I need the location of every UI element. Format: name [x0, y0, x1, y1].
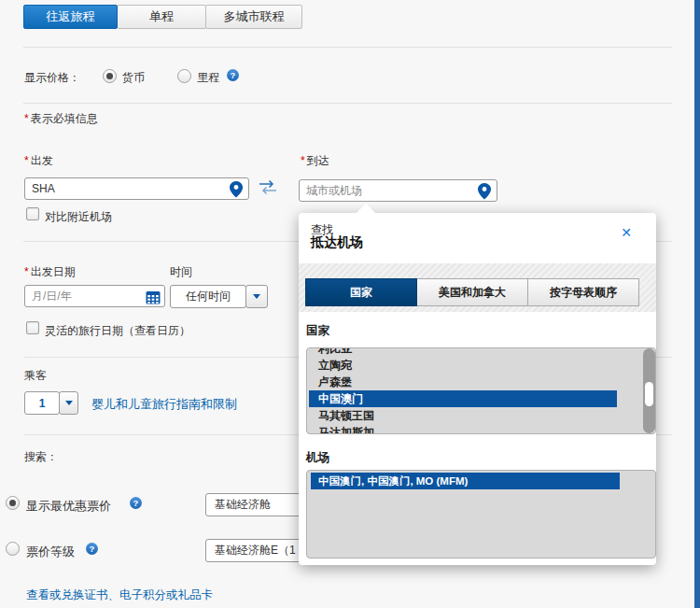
destination-input[interactable]	[300, 180, 497, 201]
divider	[23, 47, 672, 48]
compare-airports-checkbox[interactable]	[26, 207, 39, 220]
depart-date-input[interactable]	[25, 286, 164, 306]
trip-type-tabs: 往返旅程 单程 多城市联程	[24, 5, 302, 29]
tab-round-trip[interactable]: 往返旅程	[23, 5, 118, 29]
search-label: 搜索：	[24, 449, 58, 465]
destination-field	[299, 179, 497, 202]
origin-input[interactable]	[25, 178, 248, 199]
tab-multi-city[interactable]: 多城市联程	[205, 5, 302, 29]
destination-pin-icon[interactable]	[478, 183, 493, 200]
price-help-icon[interactable]: ?	[227, 69, 239, 81]
infant-child-guide-link[interactable]: 婴儿和儿童旅行指南和限制	[91, 396, 237, 413]
fare-class-help-icon[interactable]: ?	[86, 543, 98, 555]
depart-date-label: *出发日期	[24, 264, 76, 280]
popup-tabs: 国家 美国和加拿大 按字母表顺序	[306, 278, 639, 306]
time-select-arrow[interactable]	[245, 285, 268, 308]
radio-lowest-fare[interactable]	[6, 496, 20, 510]
airport-item-selected[interactable]: 中国澳门, 中国澳门, MO (MFM)	[311, 473, 620, 489]
country-list-label: 国家	[306, 323, 329, 339]
popup-tab-alphabetical[interactable]: 按字母表顺序	[527, 278, 639, 306]
calendar-icon[interactable]	[146, 290, 161, 307]
chevron-down-icon	[65, 401, 73, 405]
required-asterisk: *	[24, 112, 29, 125]
list-item[interactable]: 卢森堡	[309, 374, 617, 390]
destination-label: *到达	[301, 153, 329, 169]
origin-label: *出发	[24, 153, 53, 169]
time-label: 时间	[170, 264, 192, 280]
redeem-certificates-link[interactable]: 查看或兑换证书、电子积分或礼品卡	[26, 587, 213, 603]
airport-list-label: 机场	[306, 450, 329, 466]
close-icon[interactable]: ✕	[621, 225, 632, 240]
flexible-dates-checkbox[interactable]	[26, 321, 39, 334]
tab-one-way[interactable]: 单程	[117, 5, 206, 29]
swap-airports-icon[interactable]	[258, 179, 278, 195]
chevron-down-icon	[253, 294, 260, 299]
popup-pointer	[357, 204, 375, 213]
compare-airports-label[interactable]: 对比附近机场	[45, 209, 112, 225]
radio-miles-label[interactable]: 里程	[197, 70, 219, 86]
airport-listbox: 中国澳门, 中国澳门, MO (MFM)	[306, 470, 656, 559]
passengers-label: 乘客	[24, 368, 47, 384]
list-item[interactable]: 马达加斯加	[309, 424, 617, 434]
popup-tab-country[interactable]: 国家	[305, 278, 417, 306]
depart-date-field	[24, 285, 165, 307]
list-item[interactable]: 利比亚	[309, 347, 617, 357]
country-listbox: 利比亚 立陶宛 卢森堡 中国澳门 马其顿王国 马达加斯加	[306, 347, 656, 434]
radio-currency-label[interactable]: 货币	[122, 70, 145, 86]
required-note: *表示必填信息	[24, 111, 98, 127]
time-select[interactable]: 任何时间	[170, 285, 246, 308]
radio-miles[interactable]	[177, 69, 191, 83]
popup-tab-us-canada[interactable]: 美国和加拿大	[416, 278, 528, 306]
price-display-label: 显示价格：	[24, 70, 80, 86]
list-item[interactable]: 立陶宛	[309, 357, 617, 374]
list-item[interactable]: 马其顿王国	[309, 407, 617, 424]
scrollbar-thumb[interactable]	[645, 382, 653, 406]
flexible-dates-label[interactable]: 灵活的旅行日期（查看日历）	[45, 323, 190, 339]
fare-class-label[interactable]: 票价等级	[26, 544, 75, 560]
popup-title: 抵达机场	[311, 234, 363, 251]
country-scrollbar[interactable]	[643, 348, 655, 433]
passenger-count-arrow[interactable]	[59, 391, 78, 415]
radio-fare-class[interactable]	[6, 542, 20, 556]
lowest-fare-label[interactable]: 显示最优惠票价	[26, 498, 111, 515]
country-items: 利比亚 立陶宛 卢森堡 中国澳门 马其顿王国 马达加斯加	[309, 347, 617, 434]
lowest-fare-help-icon[interactable]: ?	[130, 497, 142, 509]
origin-field	[24, 177, 249, 200]
flight-search-page: 往返旅程 单程 多城市联程 显示价格： 货币 里程 ? *表示必填信息 *出发 …	[0, 0, 700, 608]
divider	[23, 103, 672, 104]
arrival-airport-popup: 查找 抵达机场 ✕ 国家 美国和加拿大 按字母表顺序 国家 利比亚 立陶宛 卢森…	[299, 213, 656, 565]
list-item-selected[interactable]: 中国澳门	[309, 390, 617, 407]
origin-pin-icon[interactable]	[230, 181, 245, 198]
passenger-count-select[interactable]: 1	[24, 391, 60, 415]
radio-currency[interactable]	[103, 69, 117, 83]
page-edge-strip	[694, 0, 700, 608]
